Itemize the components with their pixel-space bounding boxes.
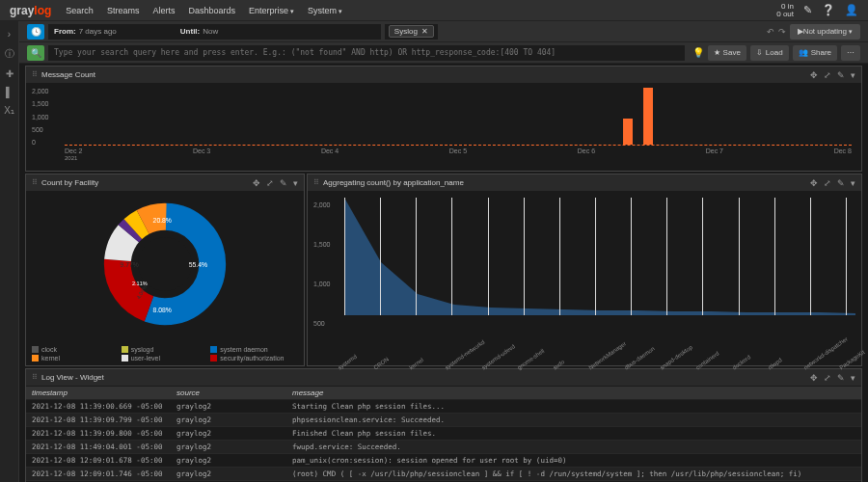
move-icon[interactable]: ✥ bbox=[810, 70, 818, 80]
widget-title: Count by Facility bbox=[41, 178, 98, 187]
sigma-icon[interactable]: X₁ bbox=[4, 105, 14, 116]
query-input[interactable] bbox=[48, 45, 685, 61]
log-table: timestamp source message 2021-12-08 11:3… bbox=[26, 387, 861, 482]
nav-dashboards[interactable]: Dashboards bbox=[188, 6, 235, 15]
edit-icon[interactable]: ✎ bbox=[837, 373, 845, 383]
message-count-widget: ⠿ Message Count ✥ ⤢ ✎ ▾ 2,000 1,500 1,00… bbox=[25, 66, 862, 172]
block-icon[interactable]: ▌ bbox=[6, 87, 13, 97]
drag-handle-icon[interactable]: ⠿ bbox=[313, 178, 319, 187]
timerange-row: 🕓 From: 7 days ago Until: Now Syslog✕ ↶ … bbox=[19, 21, 868, 42]
undo-icon[interactable]: ↶ bbox=[767, 27, 774, 37]
widget-title: Aggregating count() by application_name bbox=[323, 178, 464, 187]
info-icon[interactable]: ⓘ bbox=[5, 47, 14, 61]
save-button[interactable]: ★ Save bbox=[708, 45, 746, 61]
expand-icon[interactable]: ⤢ bbox=[824, 70, 831, 80]
nav-items: Search Streams Alerts Dashboards Enterpr… bbox=[66, 6, 776, 15]
refresh-button[interactable]: ▶ Not updating▾ bbox=[790, 24, 860, 40]
edit-icon[interactable]: ✎ bbox=[803, 4, 812, 16]
svg-text:55.4%: 55.4% bbox=[189, 261, 207, 268]
dashboard-content: ⠿ Message Count ✥ ⤢ ✎ ▾ 2,000 1,500 1,00… bbox=[19, 64, 868, 482]
redo-icon[interactable]: ↷ bbox=[778, 27, 786, 37]
svg-text:9.77%: 9.77% bbox=[121, 261, 139, 268]
stream-chip[interactable]: Syslog✕ bbox=[389, 25, 434, 38]
drag-handle-icon[interactable]: ⠿ bbox=[32, 373, 38, 382]
nav-alerts[interactable]: Alerts bbox=[152, 6, 175, 15]
plus-icon[interactable]: ✚ bbox=[6, 68, 14, 79]
edit-icon[interactable]: ✎ bbox=[837, 178, 845, 188]
nav-enterprise[interactable]: Enterprise▾ bbox=[249, 6, 294, 15]
move-icon[interactable]: ✥ bbox=[810, 373, 818, 383]
drag-handle-icon[interactable]: ⠿ bbox=[32, 70, 38, 79]
message-count-chart: 2,000 1,500 1,000 500 0 Dec 22021 Dec 3 … bbox=[26, 84, 861, 171]
caret-icon[interactable]: ▾ bbox=[851, 178, 855, 188]
table-row[interactable]: 2021-12-08 11:39:09.800 -05:00graylog2Fi… bbox=[26, 427, 861, 441]
svg-text:20.8%: 20.8% bbox=[153, 217, 172, 224]
expand-icon[interactable]: ⤢ bbox=[824, 178, 831, 188]
stream-filter[interactable]: Syslog✕ bbox=[385, 24, 438, 40]
move-icon[interactable]: ✥ bbox=[810, 178, 818, 188]
more-button[interactable]: ⋯ bbox=[841, 45, 860, 61]
edit-icon[interactable]: ✎ bbox=[280, 178, 287, 188]
caret-icon[interactable]: ▾ bbox=[851, 373, 855, 383]
col-message[interactable]: message bbox=[286, 387, 861, 400]
nav-streams[interactable]: Streams bbox=[107, 6, 140, 15]
facility-legend: clock syslogd system daemon kernel user-… bbox=[32, 346, 298, 362]
caret-icon[interactable]: ▾ bbox=[293, 178, 298, 188]
calendar-icon[interactable]: 🕓 bbox=[27, 24, 44, 40]
hint-icon[interactable]: 💡 bbox=[692, 47, 704, 58]
facility-widget: ⠿ Count by Facility ✥⤢✎▾ bbox=[25, 174, 305, 366]
table-row[interactable]: 2021-12-08 12:09:01.746 -05:00graylog2(r… bbox=[26, 468, 861, 481]
facility-donut-chart: 55.4% 20.8% 9.77% 2.11% 4.06% 8.08% bbox=[32, 201, 298, 327]
table-row[interactable]: 2021-12-08 11:49:04.001 -05:00graylog2fw… bbox=[26, 441, 861, 454]
move-icon[interactable]: ✥ bbox=[253, 178, 260, 188]
left-rail: › ⓘ ✚ ▌ X₁ bbox=[0, 21, 19, 482]
nav-search[interactable]: Search bbox=[66, 6, 94, 15]
load-button[interactable]: ⇩ Load bbox=[750, 45, 789, 61]
drag-handle-icon[interactable]: ⠿ bbox=[32, 178, 38, 187]
aggregation-chart bbox=[344, 198, 855, 333]
svg-text:8.08%: 8.08% bbox=[153, 307, 172, 313]
nav-right: 0 in0 out ✎ ❔ 👤 bbox=[776, 3, 858, 18]
aggregation-widget: ⠿ Aggregating count() by application_nam… bbox=[307, 174, 862, 366]
caret-icon[interactable]: ▾ bbox=[851, 70, 855, 80]
logo[interactable]: graylog bbox=[10, 4, 51, 17]
table-row[interactable]: 2021-12-08 12:09:01.678 -05:00graylog2pa… bbox=[26, 454, 861, 468]
expand-icon[interactable]: ⤢ bbox=[824, 373, 831, 383]
help-icon[interactable]: ❔ bbox=[822, 4, 835, 16]
widget-title: Message Count bbox=[41, 70, 95, 79]
main: 🕓 From: 7 days ago Until: Now Syslog✕ ↶ … bbox=[19, 21, 868, 482]
expand-icon[interactable]: ⤢ bbox=[266, 178, 274, 188]
col-timestamp[interactable]: timestamp bbox=[26, 387, 171, 400]
query-row: 🔍 💡 ★ Save ⇩ Load 👥 Share ⋯ bbox=[19, 42, 868, 64]
search-button[interactable]: 🔍 bbox=[27, 45, 44, 61]
timerange-input[interactable]: From: 7 days ago Until: Now bbox=[48, 24, 381, 40]
top-nav: graylog Search Streams Alerts Dashboards… bbox=[0, 0, 868, 21]
expand-icon[interactable]: › bbox=[8, 29, 11, 40]
user-icon[interactable]: 👤 bbox=[845, 4, 858, 16]
share-button[interactable]: 👥 Share bbox=[793, 45, 837, 61]
table-row[interactable]: 2021-12-08 11:39:00.669 -05:00graylog2St… bbox=[26, 400, 861, 414]
table-row[interactable]: 2021-12-08 11:39:09.799 -05:00graylog2ph… bbox=[26, 414, 861, 427]
chip-close-icon[interactable]: ✕ bbox=[421, 27, 428, 36]
widget-title: Log View - Widget bbox=[41, 373, 104, 382]
nav-system[interactable]: System▾ bbox=[308, 6, 342, 15]
io-counter: 0 in0 out bbox=[776, 3, 794, 18]
col-source[interactable]: source bbox=[171, 387, 286, 400]
edit-icon[interactable]: ✎ bbox=[837, 70, 845, 80]
logview-widget: ⠿ Log View - Widget ✥⤢✎▾ timestamp sourc… bbox=[25, 368, 862, 482]
